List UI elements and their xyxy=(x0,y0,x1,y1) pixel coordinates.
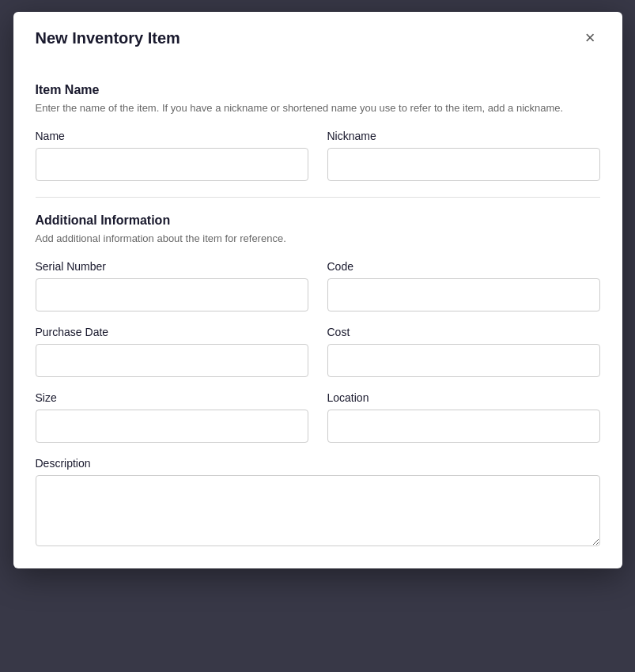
additional-info-section: Additional Information Add additional in… xyxy=(36,213,600,546)
close-button[interactable]: × xyxy=(580,28,600,48)
nickname-label: Nickname xyxy=(327,130,600,142)
nickname-input[interactable] xyxy=(327,148,600,181)
item-name-section-title: Item Name xyxy=(36,83,600,97)
item-name-section-desc: Enter the name of the item. If you have … xyxy=(36,101,600,115)
modal-body: Item Name Enter the name of the item. If… xyxy=(13,62,622,568)
name-input[interactable] xyxy=(36,148,308,181)
serial-number-input[interactable] xyxy=(36,278,308,311)
purchase-date-input[interactable] xyxy=(36,344,308,377)
size-location-row: Size Location xyxy=(36,391,600,443)
purchase-date-label: Purchase Date xyxy=(36,326,308,338)
purchase-date-field-group: Purchase Date xyxy=(36,326,308,377)
modal-title: New Inventory Item xyxy=(36,29,180,47)
location-label: Location xyxy=(327,391,600,404)
description-field-group: Description xyxy=(36,457,600,546)
description-textarea[interactable] xyxy=(36,475,600,546)
nickname-field-group: Nickname xyxy=(327,130,600,181)
serial-code-row: Serial Number Code xyxy=(36,260,600,311)
location-input[interactable] xyxy=(327,410,600,443)
modal-header: New Inventory Item × xyxy=(13,12,622,62)
cost-input[interactable] xyxy=(327,344,600,377)
name-label: Name xyxy=(36,130,308,142)
serial-number-field-group: Serial Number xyxy=(36,260,308,311)
item-name-section: Item Name Enter the name of the item. If… xyxy=(36,83,600,181)
modal-wrapper: New Inventory Item × Item Name Enter the… xyxy=(0,0,635,672)
cost-field-group: Cost xyxy=(327,326,600,377)
name-nickname-row: Name Nickname xyxy=(36,130,600,181)
new-inventory-modal: New Inventory Item × Item Name Enter the… xyxy=(13,12,622,568)
code-label: Code xyxy=(327,260,600,273)
code-input[interactable] xyxy=(327,278,600,311)
cost-label: Cost xyxy=(327,326,600,338)
additional-info-section-desc: Add additional information about the ite… xyxy=(36,232,600,246)
section-divider xyxy=(36,197,600,198)
code-field-group: Code xyxy=(327,260,600,311)
size-label: Size xyxy=(36,391,308,404)
location-field-group: Location xyxy=(327,391,600,443)
size-input[interactable] xyxy=(36,410,308,443)
additional-info-section-title: Additional Information xyxy=(36,213,600,228)
purchase-cost-row: Purchase Date Cost xyxy=(36,326,600,377)
description-label: Description xyxy=(36,457,600,470)
size-field-group: Size xyxy=(36,391,308,443)
serial-number-label: Serial Number xyxy=(36,260,308,273)
name-field-group: Name xyxy=(36,130,308,181)
